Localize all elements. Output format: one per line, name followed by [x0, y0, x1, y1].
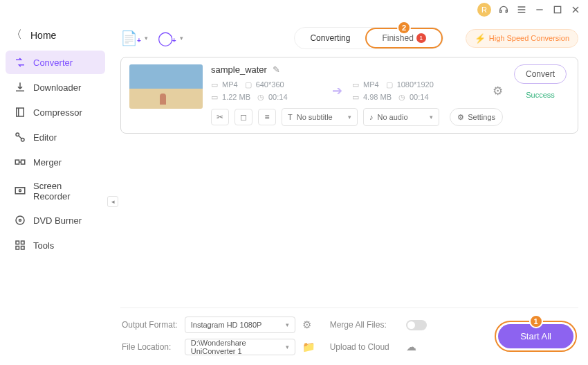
src-size: ▭1.22 MB	[211, 93, 250, 101]
tab-finished-highlight: 2 Finished 1	[365, 28, 442, 48]
clock-icon: ◷	[257, 93, 266, 101]
minimize-icon[interactable]	[534, 4, 545, 15]
add-disc-button[interactable]: ◯+▾	[158, 30, 183, 46]
svg-rect-10	[16, 241, 19, 244]
edit-name-icon[interactable]: ✎	[273, 64, 280, 75]
add-file-button[interactable]: 📄+▾	[120, 30, 148, 46]
menu-icon[interactable]	[516, 4, 527, 15]
main-area: 〈 Home Converter Downloader Compressor E…	[0, 19, 588, 365]
audio-icon: ♪	[369, 113, 374, 121]
screenrecorder-icon	[14, 185, 26, 197]
open-folder-icon[interactable]: 📁	[302, 341, 323, 353]
tools-icon	[14, 239, 26, 251]
compressor-icon	[14, 106, 26, 118]
src-resolution: ▢640*360	[245, 80, 284, 89]
headset-icon[interactable]	[498, 4, 509, 15]
dst-resolution: ▢1080*1920	[386, 80, 434, 89]
svg-rect-5	[21, 160, 25, 164]
file-icon: 📄	[120, 30, 138, 46]
sidebar-item-downloader[interactable]: Downloader	[6, 75, 105, 99]
file-name: sample_water	[211, 64, 267, 75]
sidebar: 〈 Home Converter Downloader Compressor E…	[0, 19, 111, 365]
footer: Output Format: Instagram HD 1080P▾ ⚙ Mer…	[120, 308, 578, 357]
sidebar-item-screenrecorder[interactable]: Screen Recorder	[6, 175, 105, 207]
dst-size: ▭4.98 MB	[352, 93, 392, 101]
sidebar-item-dvdburner[interactable]: DVD Burner	[6, 208, 105, 232]
output-format-select[interactable]: Instagram HD 1080P▾	[185, 317, 295, 333]
sidebar-item-merger[interactable]: Merger	[6, 150, 105, 174]
src-duration: ◷00:14	[257, 93, 288, 101]
content-area: 📄+▾ ◯+▾ Converting 2 Finished 1	[111, 19, 588, 365]
home-button[interactable]: 〈 Home	[3, 24, 108, 46]
finished-count-badge: 1	[416, 33, 426, 43]
chevron-down-icon: ▾	[348, 114, 351, 121]
output-settings-icon[interactable]: ⚙	[493, 84, 503, 98]
editor-icon	[14, 131, 26, 143]
svg-rect-1	[17, 108, 24, 116]
settings-button[interactable]: ⚙ Settings	[450, 108, 503, 126]
subtitle-icon: T	[288, 113, 293, 121]
maximize-icon[interactable]	[552, 4, 563, 15]
cut-button[interactable]: ✂	[211, 109, 229, 125]
dst-format: ▭MP4	[352, 80, 379, 89]
tab-group: Converting 2 Finished 1	[294, 27, 443, 49]
src-format: ▭MP4	[211, 80, 238, 89]
home-label: Home	[30, 30, 56, 41]
upload-cloud-label: Upload to Cloud	[330, 342, 399, 352]
svg-point-9	[19, 220, 21, 222]
arrow-right-icon: ➔	[327, 83, 347, 98]
more-button[interactable]: ≡	[258, 109, 276, 125]
chevron-left-icon: 〈	[11, 28, 22, 42]
file-location-label: File Location:	[122, 342, 178, 352]
disc-icon: ◯	[158, 30, 173, 46]
download-icon	[14, 81, 26, 94]
svg-point-8	[16, 216, 24, 224]
merge-toggle[interactable]	[406, 320, 427, 330]
svg-rect-0	[554, 6, 560, 12]
svg-rect-6	[15, 188, 25, 194]
merge-label: Merge All Files:	[330, 320, 399, 330]
step-badge-1: 1	[529, 314, 543, 328]
sidebar-item-editor[interactable]: Editor	[6, 125, 105, 149]
svg-rect-13	[21, 247, 25, 250]
start-all-highlight: 1 Start All	[495, 321, 577, 352]
status-label: Success	[526, 91, 555, 99]
sidebar-item-tools[interactable]: Tools	[6, 233, 105, 257]
svg-point-7	[19, 190, 21, 192]
dvd-icon	[14, 214, 26, 226]
step-badge-2: 2	[397, 21, 411, 35]
video-icon: ▭	[211, 80, 219, 89]
folder-icon: ▭	[211, 93, 219, 101]
subtitle-select[interactable]: T No subtitle ▾	[282, 108, 358, 126]
merger-icon	[14, 156, 26, 168]
cloud-icon[interactable]: ☁	[406, 341, 434, 353]
bolt-icon: ⚡	[475, 33, 486, 44]
resolution-icon: ▢	[245, 80, 253, 89]
file-card: sample_water ✎ ▭MP4 ▢640*360 ▭1.22 MB ◷0…	[120, 57, 578, 134]
toolbar: 📄+▾ ◯+▾ Converting 2 Finished 1	[120, 22, 578, 54]
output-format-label: Output Format:	[122, 320, 178, 330]
close-icon[interactable]	[570, 4, 581, 15]
format-settings-icon[interactable]: ⚙	[302, 319, 323, 331]
convert-button[interactable]: Convert	[514, 64, 567, 84]
svg-rect-4	[15, 160, 19, 164]
user-avatar[interactable]: R	[477, 3, 491, 17]
file-location-select[interactable]: D:\Wondershare UniConverter 1▾	[185, 339, 295, 355]
svg-rect-12	[16, 247, 19, 250]
converter-icon	[14, 56, 26, 69]
sidebar-item-converter[interactable]: Converter	[6, 51, 105, 74]
tab-converting[interactable]: Converting	[295, 28, 365, 48]
gear-icon: ⚙	[457, 113, 464, 122]
dst-duration: ◷00:14	[398, 93, 429, 101]
audio-select[interactable]: ♪ No audio ▾	[363, 108, 439, 126]
svg-rect-11	[21, 241, 25, 244]
video-thumbnail[interactable]	[129, 64, 203, 109]
chevron-down-icon: ▾	[430, 114, 433, 121]
titlebar: R	[0, 0, 588, 19]
sidebar-item-compressor[interactable]: Compressor	[6, 100, 105, 124]
crop-button[interactable]: ◻	[235, 109, 252, 125]
high-speed-toggle[interactable]: ⚡ High Speed Conversion	[466, 29, 578, 48]
